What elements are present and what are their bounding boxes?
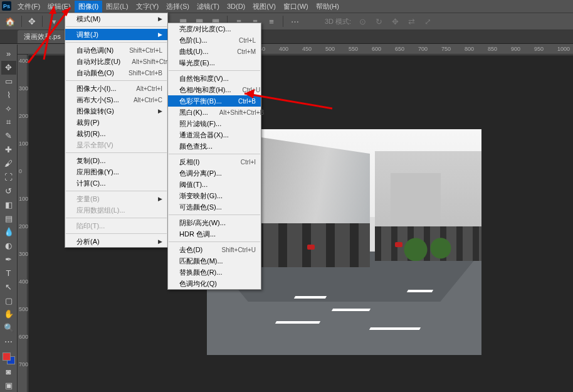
edit-toolbar[interactable]: ⋯ [1,335,16,349]
3d-scale-icon[interactable]: ⤢ [423,16,433,26]
hand-tool[interactable]: ✋ [1,307,16,321]
menu-item[interactable]: 自然饱和度(V)... [168,73,261,84]
menu-item-label: 自动颜色(O) [76,68,117,78]
menu-item[interactable]: 复制(D)... [65,155,167,166]
gradient-tool[interactable]: ▤ [1,211,16,225]
menu-item[interactable]: 图像旋转(G)▶ [65,105,167,117]
dropdown-icon[interactable]: ▾ [49,16,59,26]
menu-滤镜[interactable]: 滤镜(T) [193,1,223,13]
screenmode-tool[interactable]: ▣ [1,378,16,392]
menu-item[interactable]: 色彩平衡(B)...Ctrl+B [168,95,261,107]
3d-orbit-icon[interactable]: ⊙ [357,16,367,26]
menu-item[interactable]: 通道混合器(X)... [168,129,261,140]
menu-编辑[interactable]: 编辑(E) [44,1,75,13]
dodge-tool[interactable]: ◐ [1,239,16,253]
menu-文件[interactable]: 文件(F) [14,1,44,13]
home-icon[interactable]: 🏠 [5,16,15,26]
menu-item-label: 色调均化(Q) [179,279,256,289]
menu-item-label: 颜色查找... [179,142,256,151]
menu-窗口[interactable]: 窗口(W) [280,1,312,13]
menu-图层[interactable]: 图层(L) [102,1,132,13]
menu-item[interactable]: 色调分离(P)... [168,167,261,179]
menu-item[interactable]: 计算(C)... [65,177,167,189]
menu-item[interactable]: 渐变映射(G)... [168,190,261,201]
crop-tool[interactable]: ⌗ [1,115,16,129]
pen-tool[interactable]: ✒ [1,253,16,267]
wand-tool[interactable]: ✧ [1,102,16,115]
document-tab[interactable]: 漫画效果.ps [18,30,67,43]
menu-item[interactable]: 反相(I)Ctrl+I [168,156,261,167]
menu-separator [66,26,167,27]
blur-tool[interactable]: 💧 [1,225,16,239]
ruler-tick: 450 [302,46,312,52]
brush-tool[interactable]: 🖌 [1,157,16,171]
type-tool[interactable]: T [1,267,16,280]
menu-item[interactable]: 阈值(T)... [168,179,261,190]
3d-pan-icon[interactable]: ✥ [390,16,400,26]
healing-tool[interactable]: ✚ [1,143,16,157]
quickmask-tool[interactable]: ◙ [1,364,16,378]
stamp-tool[interactable]: ⛶ [1,171,16,184]
menu-item[interactable]: 图像大小(I)...Alt+Ctrl+I [65,83,167,94]
menu-separator [66,233,167,234]
menu-item[interactable]: 分析(A)▶ [65,236,167,247]
menu-item[interactable]: 颜色查找... [168,140,261,152]
move-tool[interactable]: ✥ [1,61,16,75]
menu-item[interactable]: 裁切(R)... [65,128,167,139]
menu-item[interactable]: 黑白(K)...Alt+Shift+Ctrl+B [168,107,261,118]
eraser-tool[interactable]: ◧ [1,198,16,211]
more-icon[interactable]: ⋯ [290,16,300,26]
history-brush-tool[interactable]: ↺ [1,184,16,198]
move-tool-icon[interactable]: ✥ [28,16,36,26]
menu-item[interactable]: 阴影/高光(W)... [168,217,261,228]
menu-item-label: 调整(J) [76,30,158,40]
menu-图像[interactable]: 图像(I) [75,1,102,13]
menu-item[interactable]: 自动对比度(U)Alt+Shift+Ctrl+L [65,56,167,67]
menu-item[interactable]: 曲线(U)...Ctrl+M [168,46,261,57]
menu-separator [169,241,260,242]
menu-item[interactable]: 模式(M)▶ [65,13,167,24]
menu-选择[interactable]: 选择(S) [162,1,193,13]
menu-item[interactable]: 可选颜色(S)... [168,201,261,213]
menu-separator [169,215,260,215]
menu-item[interactable]: 色阶(L)...Ctrl+L [168,34,261,46]
menu-item[interactable]: 自动色调(N)Shift+Ctrl+L [65,45,167,56]
menu-item[interactable]: 去色(D)Shift+Ctrl+U [168,244,261,255]
ruler-tick: 900 [511,46,520,52]
zoom-tool[interactable]: 🔍 [1,321,16,335]
shape-tool[interactable]: ▢ [1,294,16,307]
3d-roll-icon[interactable]: ↻ [374,16,384,26]
3d-slide-icon[interactable]: ⇄ [406,16,416,26]
submenu-arrow-icon: ▶ [158,108,162,114]
menu-帮助[interactable]: 帮助(H) [312,1,343,13]
menu-item[interactable]: 替换颜色(R)... [168,267,261,278]
eyedropper-tool[interactable]: ✎ [1,129,16,143]
menu-文字[interactable]: 文字(Y) [132,1,163,13]
menu-item-label: 裁切(R)... [76,129,162,139]
menu-item-label: 照片滤镜(F)... [179,119,256,129]
menu-item[interactable]: 画布大小(S)...Alt+Ctrl+C [65,94,167,105]
menu-item[interactable]: 裁剪(P) [65,117,167,128]
menu-视图[interactable]: 视图(V) [249,1,280,13]
menu-item[interactable]: 色相/饱和度(H)...Ctrl+U [168,84,261,95]
foreground-color-swatch[interactable] [3,352,11,361]
menu-item[interactable]: HDR 色调... [168,228,261,240]
menu-item[interactable]: 曝光度(E)... [168,57,261,68]
menu-item[interactable]: 自动颜色(O)Shift+Ctrl+B [65,67,167,78]
menu-item[interactable]: 亮度/对比度(C)... [168,23,261,34]
lasso-tool[interactable]: ⌇ [1,88,16,102]
color-swatches[interactable] [3,352,15,365]
3d-mode-label: 3D 模式: [325,17,351,26]
menu-3D[interactable]: 3D(D) [223,1,249,11]
path-tool[interactable]: ↖ [1,280,16,294]
distribute-icon[interactable]: ≡ [266,16,276,26]
arrange-icon[interactable]: » [1,47,16,61]
menu-item[interactable]: 照片滤镜(F)... [168,118,261,129]
menu-item[interactable]: 调整(J)▶ [65,29,167,40]
menu-item[interactable]: 匹配颜色(M)... [168,255,261,267]
menu-item-label: 自然饱和度(V)... [179,74,256,83]
marquee-tool[interactable]: ▭ [1,75,16,88]
menu-item[interactable]: 色调均化(Q) [168,278,261,289]
menu-item-label: 去色(D) [179,245,211,255]
menu-item[interactable]: 应用图像(Y)... [65,166,167,177]
